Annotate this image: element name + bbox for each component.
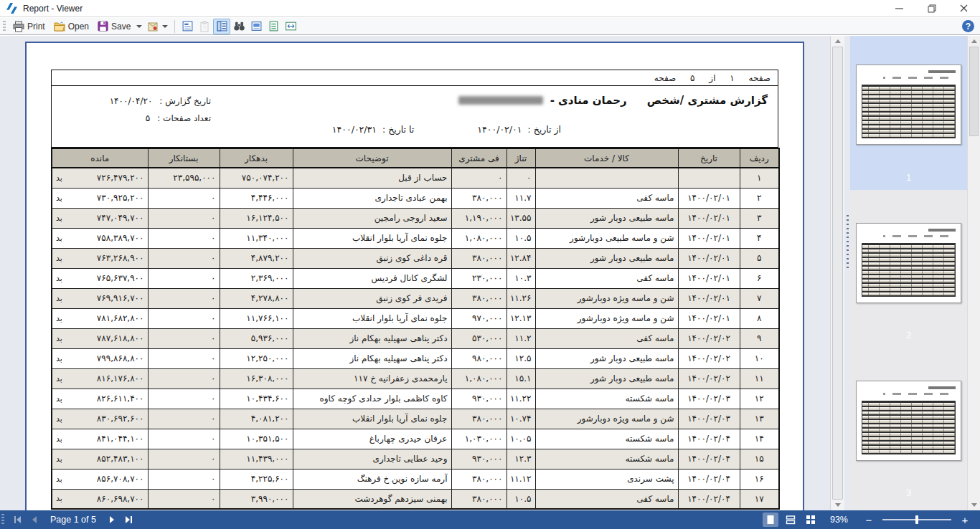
cell: ۱۱.۷ (507, 188, 535, 208)
to-date-value: ۱۴۰۰/۰۲/۳۱ (332, 124, 377, 135)
cell: آرمه سازه نوین خ فرهنگ (293, 469, 451, 489)
cell: دکتر پناهی سهیلیه بهکام ناز (293, 348, 451, 368)
cell: ۹۸۰,۰۰۰ (451, 348, 507, 368)
zoom-slider-thumb[interactable] (915, 515, 918, 524)
fit-width-button[interactable] (282, 19, 299, 34)
zoom-slider[interactable] (882, 519, 951, 520)
balance-value: ۸۵۲,۴۸۳,۱۰۰ (97, 454, 144, 464)
cell: ۱۶,۱۲۴,۵۰۰ (220, 208, 293, 228)
table-row-16: ۱۶۱۴۰۰/۰۲/۰۴پشت سرندی۱۱.۱۲۳۸۰,۰۰۰آرمه سا… (52, 469, 779, 489)
thumbnail-label-3: 3 (850, 487, 967, 498)
column-header-2: کالا / خدمات (535, 148, 678, 168)
document-scrollbar[interactable] (830, 36, 844, 510)
cell: حساب از قبل (293, 168, 451, 188)
last-page-button[interactable] (121, 512, 138, 528)
toolbar-grip[interactable] (3, 21, 6, 32)
cell: ۷۶۹,۹۱۶,۷۰۰بد (52, 288, 148, 308)
multi-page-view-button[interactable] (803, 513, 819, 527)
cell: ۱۰.۳ (507, 268, 535, 288)
page-outline-view-button[interactable] (265, 19, 282, 34)
open-button[interactable]: Open (50, 19, 93, 34)
toolbar-separator (174, 20, 175, 33)
thumbnail-scrollbar-thumb[interactable] (969, 47, 979, 136)
export-button[interactable] (145, 19, 161, 34)
restore-button[interactable] (915, 0, 948, 16)
print-button[interactable]: Print (9, 19, 50, 34)
help-button[interactable]: ? (962, 20, 974, 32)
cell: شن و ماسه ویژه دوبارشور (535, 409, 678, 429)
cell: ۸۵۶,۷۰۸,۷۰۰بد (52, 469, 148, 489)
find-button[interactable] (230, 19, 248, 34)
parameters-panel-button[interactable] (179, 19, 196, 34)
scroll-up-arrow[interactable] (831, 36, 844, 47)
cell: ۱۴۰۰/۰۲/۰۱ (678, 288, 740, 308)
cell: ۴,۴۴۶,۰۰۰ (220, 188, 293, 208)
cell: ۴ (740, 228, 779, 248)
cell: ۹ (740, 328, 779, 348)
thumbnail-label-1: 1 (850, 172, 967, 183)
printer-icon (13, 21, 24, 32)
window-title: Report - Viewer (23, 4, 83, 14)
parameters-icon (182, 20, 194, 32)
balance-value: ۷۴۷,۰۴۹,۷۰۰ (97, 213, 144, 223)
report-date-row: تاریخ گزارش : ۱۴۰۰/۰۴/۲۰ (67, 92, 211, 110)
zoom-out-button[interactable]: − (862, 514, 875, 526)
thumb-scroll-up-arrow[interactable] (968, 36, 980, 47)
scrollbar-thumb[interactable] (832, 47, 843, 500)
page-number-line: صفحه ۱ از ۵ صفحه (51, 70, 778, 86)
splitter-grip[interactable] (847, 215, 849, 271)
cell: ماسه طبیعی دوبار شور (535, 368, 678, 389)
cell: ماسه کفی (535, 268, 678, 288)
table-row-5: ۵۱۴۰۰/۰۲/۰۱ماسه طبیعی دوبار شور۱۲.۸۴۳۸۰,… (52, 248, 779, 268)
close-button[interactable] (948, 0, 980, 16)
cell: ۰ (148, 188, 220, 208)
cell: ۸۵۲,۴۸۳,۱۰۰بد (52, 449, 148, 469)
next-page-button[interactable] (103, 512, 121, 528)
save-dropdown-caret[interactable] (136, 25, 142, 28)
table-row-12: ۱۲۱۴۰۰/۰۲/۰۳ماسه شکسته۱۱.۲۲۹۳۰,۰۰۰کاوه ک… (52, 389, 779, 409)
cell: ۹۷۰,۰۰۰ (451, 308, 507, 328)
balance-value: ۷۶۹,۹۱۶,۷۰۰ (97, 293, 144, 303)
scroll-down-arrow[interactable] (831, 500, 844, 510)
continuous-view-button[interactable] (783, 513, 798, 527)
first-page-button[interactable] (9, 512, 26, 528)
cell: جلوه نمای آریا بلوار انقلاب (293, 308, 451, 328)
table-row-17: ۱۷۱۴۰۰/۰۲/۰۴ماسه کفی۱۰.۵۳۸۰,۰۰۰بهمنی سیز… (52, 489, 779, 509)
cell: ۱ (740, 168, 779, 188)
cell: ۸۲۶,۶۱۱,۴۰۰بد (52, 389, 148, 409)
open-folder-icon (54, 21, 65, 32)
thumbnail-scrollbar[interactable] (967, 36, 980, 510)
thumbnail-header-sketch (862, 70, 956, 83)
page-thumbnail-3[interactable] (856, 381, 961, 461)
cell: ۱۰.۰۵ (507, 429, 535, 449)
page-thumbnail-2[interactable] (856, 223, 961, 303)
print-label: Print (27, 22, 45, 32)
balance-suffix: بد (56, 475, 62, 484)
column-header-3: تناژ (507, 148, 535, 168)
single-page-view-button[interactable] (763, 513, 778, 527)
cell: کاوه کاظمی بلوار حدادی کوچه کاوه (293, 389, 451, 409)
balance-value: ۷۸۷,۶۱۸,۸۰۰ (97, 333, 144, 343)
page-color-view-button[interactable] (248, 19, 265, 34)
cell: لشگری کانال فردیس (293, 268, 451, 288)
cell: ۰ (148, 348, 220, 368)
panel-splitter[interactable] (844, 36, 850, 510)
cell: ۱۲,۲۵۰,۰۰۰ (220, 348, 293, 368)
balance-value: ۸۶۰,۶۹۸,۷۰۰ (97, 494, 144, 504)
thumb-scroll-down-arrow[interactable] (968, 500, 980, 510)
cell: شن و ماسه ویژه دوبارشور (535, 308, 678, 328)
column-header-0: ردیف (740, 148, 779, 168)
cell: یارمحمدی زعفرانیه خ ۱۱۷ (293, 368, 451, 389)
thumbnail-header-sketch (862, 386, 956, 399)
balance-value: ۷۶۳,۲۶۸,۹۰۰ (97, 253, 144, 263)
save-button[interactable]: Save (93, 19, 135, 33)
clipboard-button: ? (196, 19, 213, 34)
minimize-button[interactable] (883, 0, 915, 16)
cell: ۱۰,۳۵۱,۵۰۰ (220, 429, 293, 449)
thumbnails-toggle-button[interactable] (213, 19, 230, 34)
cell: ۰ (148, 288, 220, 308)
page-thumbnail-1[interactable] (856, 65, 961, 145)
previous-page-button[interactable] (26, 512, 43, 528)
zoom-in-button[interactable]: + (958, 514, 971, 526)
export-dropdown-caret[interactable] (162, 25, 168, 28)
